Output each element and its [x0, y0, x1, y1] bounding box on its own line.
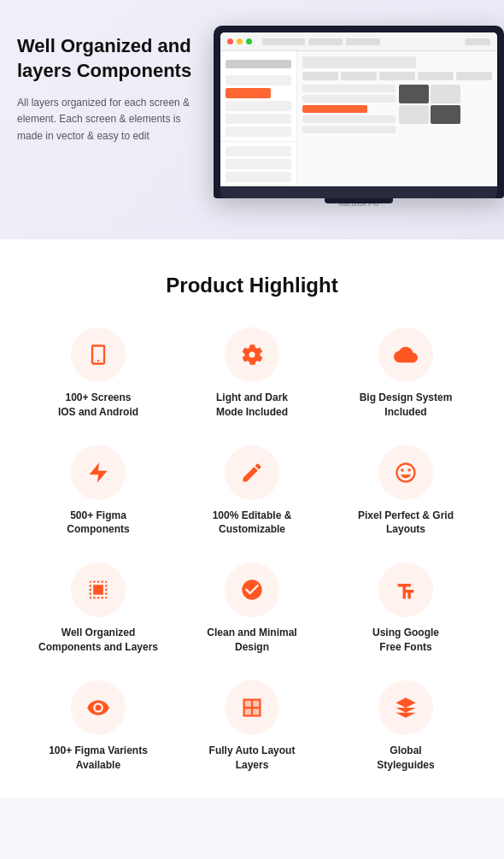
cloud-icon — [394, 343, 418, 367]
highlight-title: Product Highlight — [17, 274, 487, 297]
feature-figma-components: 500+ FigmaComponents — [26, 445, 171, 538]
hero-title: Well Organized and layers Components — [17, 34, 205, 83]
feature-screens: 100+ ScreensIOS and Android — [26, 327, 171, 420]
screens-label: 100+ ScreensIOS and Android — [58, 391, 138, 420]
editable-label: 100% Editable &Customizable — [213, 509, 292, 538]
light-dark-icon-circle — [225, 327, 279, 382]
bolt-icon — [86, 461, 110, 485]
scan-icon — [86, 696, 110, 720]
feature-design-system: Big Design SystemIncluded — [333, 327, 478, 420]
hero-description: All layers organized for each screen & e… — [17, 95, 205, 144]
layout-icon — [240, 696, 264, 720]
laptop-mockup — [214, 26, 504, 198]
chart-icon — [394, 461, 418, 485]
feature-editable: 100% Editable &Customizable — [179, 445, 325, 538]
layers-icon — [86, 578, 110, 602]
features-grid: 100+ ScreensIOS and Android Light and Da… — [17, 327, 487, 772]
feature-minimal: Clean and MinimalDesign — [179, 562, 325, 655]
design-system-icon-circle — [378, 327, 433, 382]
auto-layout-label: Fully Auto LayoutLayers — [209, 744, 296, 773]
feature-organized: Well OrganizedComponents and Layers — [26, 562, 171, 655]
feature-pixel-perfect: Pixel Perfect & GridLayouts — [333, 445, 478, 538]
fonts-label: Using GoogleFree Fonts — [372, 626, 439, 655]
styleguides-icon-circle — [378, 680, 433, 735]
hero-section: Well Organized and layers Components All… — [0, 0, 504, 239]
feature-styleguides: GlobalStyleguides — [333, 680, 478, 773]
light-dark-label: Light and DarkMode Included — [216, 391, 288, 420]
design-system-label: Big Design SystemIncluded — [360, 391, 453, 420]
figma-components-icon-circle — [71, 445, 126, 500]
edit-icon — [240, 461, 264, 485]
check-circle-icon — [240, 578, 264, 602]
hero-text: Well Organized and layers Components All… — [17, 26, 205, 144]
feature-light-dark: Light and DarkMode Included — [179, 327, 325, 420]
text-icon — [394, 578, 418, 602]
figma-components-label: 500+ FigmaComponents — [67, 509, 129, 538]
organized-label: Well OrganizedComponents and Layers — [38, 626, 158, 655]
minimal-icon-circle — [225, 562, 279, 617]
minimal-label: Clean and MinimalDesign — [207, 626, 296, 655]
pixel-perfect-icon-circle — [378, 445, 433, 500]
fonts-icon-circle — [378, 562, 433, 617]
feature-variants: 100+ Figma VarientsAvailable — [26, 680, 171, 773]
mobile-icon — [86, 343, 110, 367]
editable-icon-circle — [225, 445, 279, 500]
hero-laptop-image: Macbook Pro — [214, 26, 504, 208]
variants-label: 100+ Figma VarientsAvailable — [49, 744, 148, 773]
variants-icon-circle — [71, 680, 126, 735]
screens-icon-circle — [71, 327, 126, 382]
highlight-section: Product Highlight 100+ ScreensIOS and An… — [0, 239, 504, 797]
pixel-perfect-label: Pixel Perfect & GridLayouts — [358, 509, 454, 538]
organized-icon-circle — [71, 562, 126, 617]
feature-fonts: Using GoogleFree Fonts — [333, 562, 478, 655]
gear-icon — [240, 343, 264, 367]
laptop-screen — [220, 32, 497, 186]
auto-layout-icon-circle — [225, 680, 279, 735]
feature-auto-layout: Fully Auto LayoutLayers — [179, 680, 325, 773]
stack-icon — [394, 696, 418, 720]
styleguides-label: GlobalStyleguides — [377, 744, 434, 773]
